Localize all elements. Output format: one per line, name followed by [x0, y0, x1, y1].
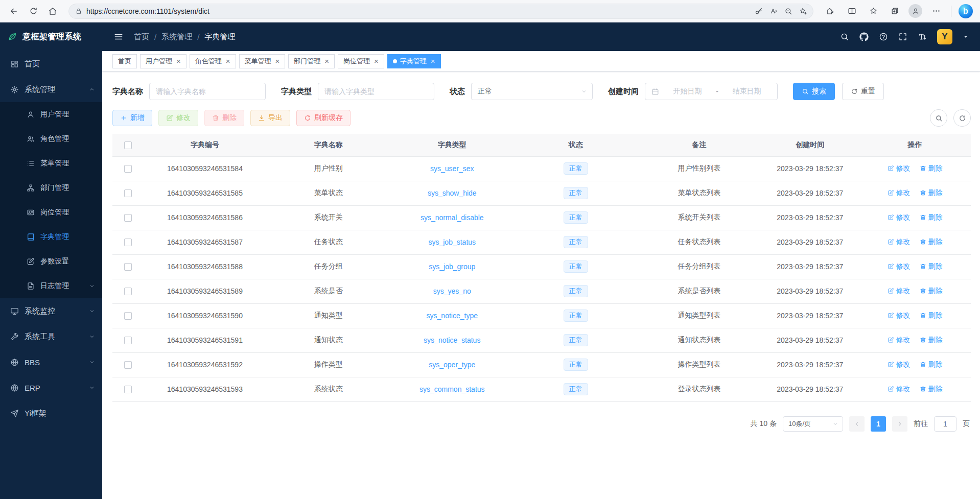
dict-type-link[interactable]: sys_user_sex [430, 164, 474, 173]
zoom-indicator-button[interactable] [781, 4, 795, 18]
row-edit-link[interactable]: 修改 [888, 336, 911, 345]
sidebar-item-user-management[interactable]: 用户管理 [0, 102, 102, 127]
sidebar-item-yi-framework[interactable]: Yi框架 [0, 400, 102, 426]
refresh-button[interactable] [25, 3, 42, 20]
row-edit-link[interactable]: 修改 [888, 188, 911, 198]
next-page-button[interactable] [892, 416, 907, 432]
row-edit-link[interactable]: 修改 [888, 360, 911, 369]
sidebar-item-menu-management[interactable]: 菜单管理 [0, 151, 102, 176]
tab-close-icon[interactable]: × [176, 57, 181, 65]
row-delete-link[interactable]: 删除 [920, 213, 943, 222]
row-delete-link[interactable]: 删除 [920, 164, 943, 173]
bing-button[interactable]: b [959, 4, 973, 18]
github-button[interactable] [859, 32, 869, 41]
row-checkbox[interactable] [124, 361, 132, 369]
row-delete-link[interactable]: 删除 [920, 360, 943, 369]
dict-type-link[interactable]: sys_job_group [429, 263, 475, 271]
row-edit-link[interactable]: 修改 [888, 164, 911, 173]
row-checkbox[interactable] [124, 263, 132, 271]
sidebar-item-dept-management[interactable]: 部门管理 [0, 176, 102, 200]
row-edit-link[interactable]: 修改 [888, 237, 911, 247]
tab-dict-management[interactable]: 字典管理× [387, 54, 441, 68]
user-avatar[interactable]: Y [937, 29, 952, 44]
reset-button[interactable]: 重置 [842, 83, 884, 100]
tab-close-icon[interactable]: × [431, 57, 435, 65]
row-checkbox[interactable] [124, 214, 132, 222]
sidebar-item-param-settings[interactable]: 参数设置 [0, 249, 102, 274]
extensions-button[interactable] [823, 4, 838, 19]
row-checkbox[interactable] [124, 165, 132, 173]
tab-post-management[interactable]: 岗位管理× [338, 54, 384, 68]
font-size-button[interactable] [918, 32, 927, 41]
sidebar-item-system-monitor[interactable]: 系统监控 [0, 298, 102, 324]
sidebar-item-erp[interactable]: ERP [0, 375, 102, 400]
row-delete-link[interactable]: 删除 [920, 311, 943, 320]
dict-type-link[interactable]: sys_yes_no [433, 287, 471, 295]
user-menu-caret-icon[interactable] [963, 34, 969, 40]
tab-dept-management[interactable]: 部门管理× [288, 54, 335, 68]
row-checkbox[interactable] [124, 189, 132, 197]
row-checkbox[interactable] [124, 312, 132, 320]
delete-button[interactable]: 删除 [204, 110, 244, 126]
sidebar-item-system-tools[interactable]: 系统工具 [0, 324, 102, 349]
collections-button[interactable] [887, 4, 902, 19]
row-delete-link[interactable]: 删除 [920, 385, 943, 394]
row-delete-link[interactable]: 删除 [920, 287, 943, 296]
sidebar-item-home[interactable]: 首页 [0, 51, 102, 77]
row-edit-link[interactable]: 修改 [888, 213, 911, 222]
goto-page-input[interactable] [934, 416, 956, 432]
row-delete-link[interactable]: 删除 [920, 188, 943, 198]
page-number-button[interactable]: 1 [871, 416, 886, 432]
row-checkbox[interactable] [124, 239, 132, 246]
prev-page-button[interactable] [849, 416, 865, 432]
tab-close-icon[interactable]: × [226, 57, 230, 65]
dict-type-link[interactable]: sys_normal_disable [421, 213, 484, 222]
date-range-picker[interactable]: 开始日期 - 结束日期 [645, 83, 778, 100]
breadcrumb-item[interactable]: 系统管理 [161, 32, 192, 42]
back-button[interactable] [5, 3, 22, 20]
dict-name-input[interactable] [149, 83, 266, 100]
tab-menu-management[interactable]: 菜单管理× [239, 54, 286, 68]
help-button[interactable] [879, 32, 888, 41]
edit-button[interactable]: 修改 [158, 110, 198, 126]
toggle-search-button[interactable] [930, 109, 947, 127]
row-delete-link[interactable]: 删除 [920, 336, 943, 345]
dict-type-link[interactable]: sys_notice_status [424, 336, 480, 344]
row-edit-link[interactable]: 修改 [888, 262, 911, 271]
sidebar-item-bbs[interactable]: BBS [0, 349, 102, 375]
favorites-button[interactable] [866, 4, 881, 19]
sidebar-item-post-management[interactable]: 岗位管理 [0, 200, 102, 225]
refresh-table-button[interactable] [953, 109, 971, 127]
header-search-button[interactable] [840, 32, 849, 41]
row-delete-link[interactable]: 删除 [920, 237, 943, 247]
tab-close-icon[interactable]: × [275, 57, 280, 65]
tab-home[interactable]: 首页 [112, 54, 137, 68]
add-button[interactable]: 新增 [112, 110, 152, 126]
breadcrumb-item[interactable]: 首页 [134, 32, 149, 42]
sidebar-item-role-management[interactable]: 角色管理 [0, 127, 102, 151]
page-size-select[interactable]: 10条/页 [783, 416, 843, 432]
dict-type-link[interactable]: sys_notice_type [427, 312, 478, 320]
dict-type-link[interactable]: sys_oper_type [429, 361, 475, 369]
tab-close-icon[interactable]: × [374, 57, 379, 65]
refresh-cache-button[interactable]: 刷新缓存 [296, 110, 351, 126]
fullscreen-button[interactable] [898, 32, 907, 41]
split-screen-button[interactable] [844, 4, 859, 19]
row-edit-link[interactable]: 修改 [888, 311, 911, 320]
sidebar-item-dict-management[interactable]: 字典管理 [0, 225, 102, 249]
dict-type-link[interactable]: sys_common_status [419, 385, 485, 393]
dict-type-link[interactable]: sys_job_status [428, 238, 476, 246]
row-edit-link[interactable]: 修改 [888, 287, 911, 296]
browser-home-button[interactable] [44, 3, 61, 20]
browser-profile-avatar[interactable] [908, 4, 922, 18]
dict-type-link[interactable]: sys_show_hide [428, 189, 477, 197]
browser-menu-button[interactable] [928, 4, 944, 19]
dict-type-input[interactable] [318, 83, 434, 100]
add-favorite-button[interactable] [796, 4, 810, 18]
row-delete-link[interactable]: 删除 [920, 262, 943, 271]
search-button[interactable]: 搜索 [793, 83, 835, 100]
sidebar-item-system-management[interactable]: 系统管理 [0, 77, 102, 102]
tab-user-management[interactable]: 用户管理× [140, 54, 186, 68]
read-aloud-button[interactable] [766, 4, 780, 18]
row-checkbox[interactable] [124, 288, 132, 295]
